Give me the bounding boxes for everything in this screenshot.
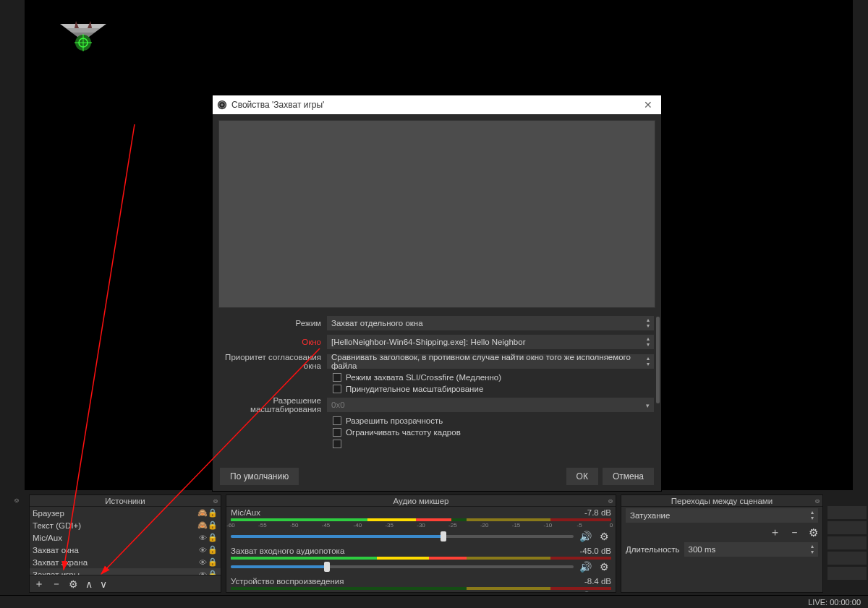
mixer-channel: Устройство воспроизведения-8.4 dB 🔊 ⚙ [226,575,616,592]
sli-label: Режим захвата SLI/Crossfire (Медленно) [346,373,501,382]
add-transition-button[interactable]: ＋ [770,526,780,539]
mute-button[interactable]: 🔊 [578,561,592,573]
lock-toggle[interactable]: 🔒 [208,533,218,542]
mixer-body: Mic/Aux-7.8 dB -60-55-50-45-40-35-30-25-… [226,507,616,592]
source-name: Захват окна [33,546,197,555]
limit-fps-checkbox[interactable] [333,428,341,437]
lock-toggle[interactable]: 🔒 [208,521,218,530]
mode-select[interactable]: Захват отдельного окна▴▾ [327,316,654,330]
move-up-button[interactable]: ∧ [85,578,93,590]
transparency-label: Разрешить прозрачность [346,416,443,425]
source-item[interactable]: Захват экрана 👁 🔒 [30,556,221,568]
visibility-toggle[interactable]: 👁 [197,570,208,575]
lock-toggle[interactable]: 🔒 [208,570,218,575]
channel-db: -8.4 dB [584,577,611,586]
control-button[interactable] [827,536,867,549]
visibility-toggle[interactable]: 🙈 [197,521,208,530]
svg-marker-1 [66,28,101,33]
defaults-button[interactable]: По умолчанию [220,468,299,485]
source-item[interactable]: Mic/Aux 👁 🔒 [30,531,221,544]
pin-icon[interactable]: ⌾ [14,496,22,503]
svg-marker-0 [60,24,106,28]
obs-icon [217,100,227,110]
pin-icon[interactable]: ⌾ [213,497,218,505]
vu-meter [231,587,611,590]
lock-toggle[interactable]: 🔒 [208,545,218,555]
form-scrollbar[interactable] [656,317,660,403]
channel-name: Mic/Aux [231,508,584,517]
transparency-checkbox[interactable] [333,416,341,425]
volume-slider[interactable] [231,565,574,568]
sources-panel: Источники⌾ Браузер 🙈 🔒Текст (GDI+) 🙈 🔒Mi… [29,494,221,593]
sources-list: Браузер 🙈 🔒Текст (GDI+) 🙈 🔒Mic/Aux 👁 🔒За… [30,507,221,575]
window-label: Окно [220,338,327,346]
channel-settings-button[interactable]: ⚙ [597,561,611,573]
controls-panel-collapsed [827,494,867,593]
scale-res-select[interactable]: 0x0▾ [327,398,654,412]
live-timer: LIVE: 00:00:00 [808,598,861,607]
cancel-button[interactable]: Отмена [603,468,654,485]
pin-icon[interactable]: ⌾ [815,497,820,505]
priority-select[interactable]: Сравнивать заголовок, в противном случае… [327,354,654,369]
mixer-panel: Аудио микшер⌾ Mic/Aux-7.8 dB -60-55-50-4… [226,494,616,593]
channel-db: -45.0 dB [580,547,611,555]
transition-settings-button[interactable]: ⚙ [809,526,818,539]
source-name: Браузер [33,509,197,518]
scenes-panel-collapsed[interactable]: ⌾ [0,494,25,593]
visibility-toggle[interactable]: 🙈 [197,508,208,518]
channel-settings-button[interactable]: ⚙ [597,531,611,542]
visibility-toggle[interactable]: 👁 [197,534,208,542]
channel-db: -7.8 dB [584,508,611,517]
priority-label: Приоритет согласования окна [220,353,327,370]
source-properties-button[interactable]: ⚙ [69,578,78,590]
control-button[interactable] [827,567,867,580]
force-scale-checkbox[interactable] [333,385,341,393]
volume-slider[interactable] [231,535,574,538]
add-source-button[interactable]: ＋ [34,578,44,591]
dialog-titlebar[interactable]: Свойства 'Захват игры' ✕ [213,95,661,114]
visibility-toggle[interactable]: 👁 [197,558,208,567]
properties-form: Режим Захват отдельного окна▴▾ Окно [Hel… [213,312,661,462]
sources-toolbar: ＋ － ⚙ ∧ ∨ [30,575,221,592]
force-scale-label: Принудительное масштабирование [346,385,483,393]
dialog-title: Свойства 'Захват игры' [231,100,639,110]
visibility-toggle[interactable]: 👁 [197,546,208,555]
duration-input[interactable]: 300 ms▴▾ [684,542,818,557]
control-button[interactable] [827,521,867,534]
limit-fps-label: Ограничивать частоту кадров [346,428,461,437]
source-name: Захват игры [33,570,197,575]
remove-source-button[interactable]: － [51,578,61,591]
mute-button[interactable]: 🔊 [578,531,592,542]
source-item[interactable]: Захват игры 👁 🔒 [30,568,221,575]
channel-name: Устройство воспроизведения [231,577,584,586]
mute-button[interactable]: 🔊 [578,591,592,592]
sli-checkbox[interactable] [333,373,341,382]
close-icon[interactable]: ✕ [639,99,657,111]
svg-point-11 [221,103,224,106]
pin-icon[interactable]: ⌾ [608,497,613,505]
vu-meter [231,557,611,560]
properties-dialog: Свойства 'Захват игры' ✕ Режим Захват от… [212,95,662,492]
sources-title: Источники [105,497,145,505]
source-preview [218,120,655,308]
vu-meter [231,518,611,521]
channel-settings-button[interactable]: ⚙ [597,591,611,592]
control-button[interactable] [827,552,867,565]
lock-toggle[interactable]: 🔒 [208,557,218,567]
mixer-title: Аудио микшер [393,497,448,505]
lock-toggle[interactable]: 🔒 [208,508,218,518]
duration-label: Длительность [626,545,680,554]
source-item[interactable]: Захват окна 👁 🔒 [30,544,221,556]
control-button[interactable] [827,506,867,519]
source-name: Захват экрана [33,558,197,567]
source-item[interactable]: Браузер 🙈 🔒 [30,507,221,519]
window-select[interactable]: [HelloNeighbor-Win64-Shipping.exe]: Hell… [327,335,654,349]
scale-res-label: Разрешение масштабирования [220,396,327,414]
cut-checkbox[interactable] [333,440,341,448]
move-down-button[interactable]: ∨ [100,578,107,590]
ok-button[interactable]: ОК [566,468,598,485]
source-item[interactable]: Текст (GDI+) 🙈 🔒 [30,519,221,531]
transition-type-select[interactable]: Затухание▴▾ [626,508,818,523]
remove-transition-button[interactable]: － [789,526,800,539]
mode-label: Режим [220,319,327,327]
